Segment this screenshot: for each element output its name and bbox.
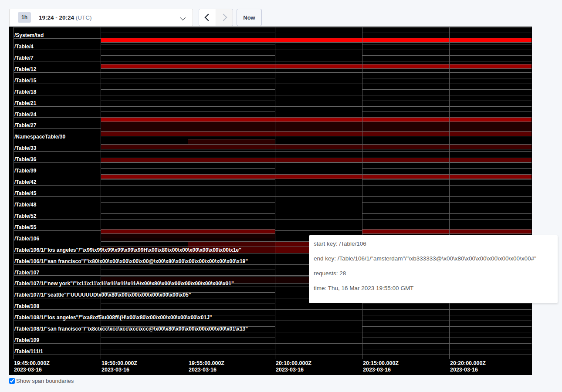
timezone-label: (UTC) [74,14,92,21]
next-button[interactable] [216,9,233,26]
time-range-select[interactable]: 1h 19:24 - 20:24 (UTC) [9,9,193,26]
tooltip-end-key: end key: /Table/106/1/"amsterdam"/"\xb33… [314,256,558,262]
footer-controls: Show span boundaries [9,378,74,384]
chevron-left-icon [205,14,212,21]
hover-tooltip: start key: /Table/106 end key: /Table/10… [309,235,558,303]
time-range-label: 19:24 - 20:24 (UTC) [39,14,92,21]
key-visualizer-canvas[interactable] [9,27,532,375]
show-span-boundaries-checkbox[interactable] [9,378,15,384]
duration-badge: 1h [18,12,31,23]
tooltip-start-key: start key: /Table/106 [314,241,558,247]
tooltip-requests: requests: 28 [314,270,558,277]
now-button[interactable]: Now [237,9,262,26]
time-nav-group [199,9,233,26]
chevron-down-icon [180,15,186,20]
tooltip-time: time: Thu, 16 Mar 2023 19:55:00 GMT [314,285,558,291]
show-span-boundaries-label: Show span boundaries [16,378,74,384]
chevron-right-icon [220,14,227,21]
prev-button[interactable] [199,9,216,26]
